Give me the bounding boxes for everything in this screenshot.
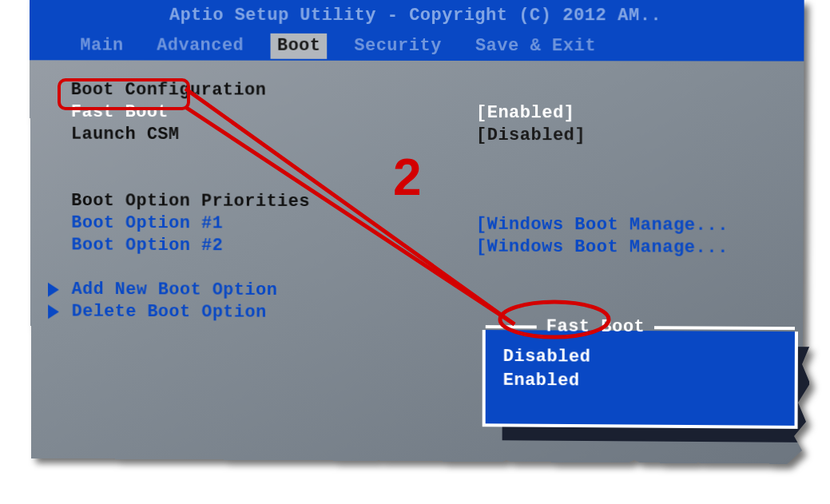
fast-boot-popup: Fast Boot Disabled Enabled — [483, 330, 798, 429]
triangle-right-icon — [48, 283, 59, 297]
priority-value: [Windows Boot Manage... — [476, 236, 729, 260]
action-add-boot-option[interactable]: Add New Boot Option — [72, 279, 788, 304]
action-label: Delete Boot Option — [72, 301, 267, 324]
bios-screen: Aptio Setup Utility - Copyright (C) 2012… — [30, 0, 804, 464]
popup-option-enabled[interactable]: Enabled — [503, 370, 777, 395]
priority-value: [Windows Boot Manage... — [476, 214, 729, 237]
popup-title: Fast Boot — [537, 315, 655, 339]
title-bar: Aptio Setup Utility - Copyright (C) 2012… — [30, 0, 804, 32]
setting-value: [Enabled] — [476, 102, 575, 125]
popup-title-bar: Fast Boot — [486, 327, 795, 335]
popup-option-disabled[interactable]: Disabled — [503, 346, 777, 371]
setting-label: Fast Boot — [71, 101, 476, 125]
title-text: Aptio Setup Utility - Copyright (C) 2012… — [169, 5, 661, 27]
setting-launch-csm[interactable]: Launch CSM [Disabled] — [71, 124, 788, 148]
action-label: Add New Boot Option — [72, 279, 278, 302]
menu-bar: Main Advanced Boot Security Save & Exit — [30, 32, 804, 62]
section-heading: Boot Configuration — [71, 79, 476, 102]
content-pane: Boot Configuration Fast Boot [Enabled] L… — [30, 60, 804, 343]
priority-label: Boot Option #2 — [71, 235, 475, 259]
triangle-right-icon — [48, 304, 59, 319]
tab-save-exit[interactable]: Save & Exit — [469, 34, 602, 59]
setting-value: [Disabled] — [476, 125, 586, 147]
priority-label: Boot Option #1 — [71, 212, 476, 236]
setting-fast-boot[interactable]: Fast Boot [Enabled] — [71, 101, 788, 125]
tab-advanced[interactable]: Advanced — [150, 34, 250, 59]
boot-option-2[interactable]: Boot Option #2 [Windows Boot Manage... — [71, 235, 787, 260]
tab-security[interactable]: Security — [347, 34, 447, 59]
priorities-heading: Boot Option Priorities — [71, 190, 476, 214]
tab-boot[interactable]: Boot — [271, 34, 328, 59]
boot-option-1[interactable]: Boot Option #1 [Windows Boot Manage... — [71, 212, 787, 237]
setting-label: Launch CSM — [71, 124, 476, 147]
tab-main[interactable]: Main — [73, 34, 129, 59]
